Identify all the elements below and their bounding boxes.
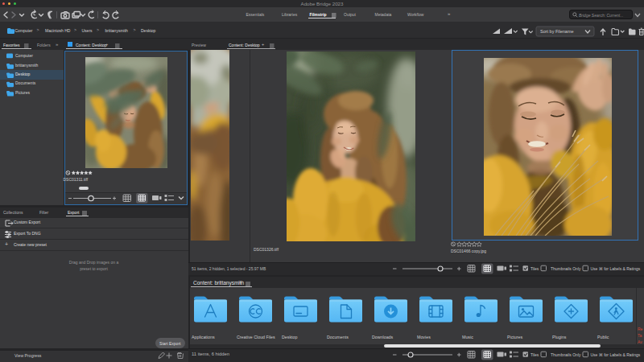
svg-text:Tiles: Tiles	[530, 352, 539, 357]
svg-text:Tiles: Tiles	[530, 266, 539, 271]
svg-text:Use ⌘ for Labels & Ratings: Use ⌘ for Labels & Ratings	[591, 352, 641, 357]
svg-text:Thumbnails Only: Thumbnails Only	[551, 352, 581, 357]
svg-text:Use ⌘ for Labels & Ratings: Use ⌘ for Labels & Ratings	[591, 266, 641, 271]
svg-text:Thumbnails Only: Thumbnails Only	[551, 266, 581, 271]
svg-text:Sort by Filename: Sort by Filename	[540, 29, 574, 34]
